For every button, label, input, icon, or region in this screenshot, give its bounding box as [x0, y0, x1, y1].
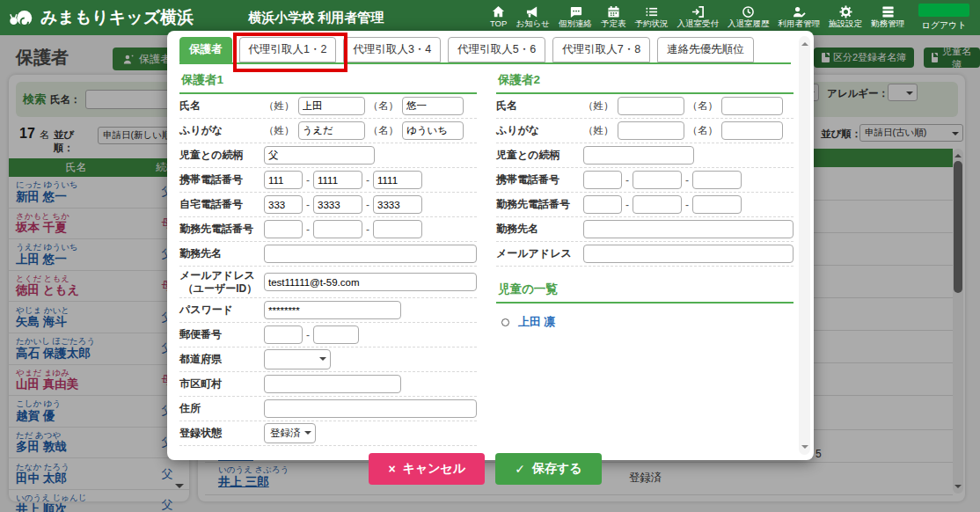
modal-scroll-up-arrow[interactable]	[801, 39, 808, 46]
g1-zip-part1-input[interactable]	[264, 325, 303, 344]
close-icon: ×	[388, 462, 395, 476]
g1-workplace-input[interactable]	[264, 245, 477, 263]
g1-zip-row: 郵便番号 -	[179, 323, 477, 347]
g1-relation-row: 児童との続柄	[179, 143, 477, 168]
nav-item-reservations[interactable]: 予約状況	[632, 4, 672, 31]
chat-bubble-icon	[569, 5, 582, 18]
snail-logo-icon	[7, 8, 35, 28]
modal-tabs: 保護者 代理引取人1・2 代理引取人3・4 代理引取人5・6 代理引取人7・8 …	[179, 37, 791, 64]
g2-mobile-part2-input[interactable]	[633, 171, 682, 189]
g2-last-kana-input[interactable]	[618, 121, 684, 140]
g1-relation-input[interactable]	[264, 146, 375, 165]
g2-work-phone-row: 勤務先電話番号 - -	[496, 193, 794, 217]
nav-item-top[interactable]: TOP	[486, 4, 510, 31]
g1-work-phone-part2-input[interactable]	[313, 220, 362, 238]
server-stack-icon	[881, 5, 895, 18]
g2-work-phone-part2-input[interactable]	[633, 195, 682, 214]
home-icon	[492, 5, 505, 18]
app-logo[interactable]: みまもりキッズ横浜	[7, 6, 194, 29]
g1-workplace-row: 勤務先名	[179, 242, 477, 267]
bullet-icon	[501, 318, 509, 326]
nav-item-entry-exit-reception[interactable]: 入退室受付	[674, 4, 723, 31]
nav-item-entry-exit-history[interactable]: 入退室履歴	[724, 4, 773, 31]
g1-address-input[interactable]	[264, 399, 477, 418]
g2-work-phone-part3-input[interactable]	[692, 195, 742, 214]
g2-first-name-input[interactable]	[721, 97, 783, 115]
g1-city-input[interactable]	[264, 375, 401, 393]
save-button[interactable]: ✓ 保存する	[495, 453, 601, 485]
children-list-heading: 児童の一覧	[496, 279, 794, 304]
g1-first-kana-input[interactable]	[402, 121, 464, 140]
tab-proxy-pickup-3-4[interactable]: 代理引取人3・4	[343, 37, 441, 62]
g2-first-kana-input[interactable]	[721, 121, 783, 140]
g1-work-phone-part3-input[interactable]	[373, 220, 422, 238]
guardian1-form: 保護者1 氏名 （姓） （名） ふりがな （姓） （名） 児童との続柄	[179, 69, 477, 446]
enter-door-icon	[691, 5, 705, 18]
main-nav: TOP お知らせ 個別連絡 予定表 予約状況 入退室受付	[486, 2, 973, 33]
g2-work-phone-part1-input[interactable]	[583, 195, 622, 214]
modal-scroll-down-arrow[interactable]	[801, 445, 808, 452]
g1-address-row: 住所	[179, 397, 477, 421]
user-edit-icon	[793, 5, 806, 18]
history-clock-icon	[742, 5, 755, 18]
logo-text: みまもりキッズ横浜	[40, 6, 194, 29]
g1-status-select[interactable]: 登録済	[264, 423, 316, 443]
g1-password-input[interactable]	[264, 301, 401, 319]
tab-contact-priority[interactable]: 連絡先優先順位	[657, 37, 754, 62]
g1-home-part3-input[interactable]	[373, 195, 422, 214]
g2-workplace-input[interactable]	[583, 220, 794, 238]
g1-home-part2-input[interactable]	[313, 195, 362, 214]
g1-kana-row: ふりがな （姓） （名）	[179, 119, 477, 143]
logout-button[interactable]: ログアウト	[915, 2, 973, 33]
nav-item-work-management[interactable]: 勤務管理	[867, 4, 908, 31]
g1-email-input[interactable]	[264, 273, 477, 291]
g1-prefecture-row: 都道府県	[179, 347, 477, 372]
g2-name-row: 氏名 （姓） （名）	[496, 94, 794, 119]
nav-item-facility-settings[interactable]: 施設設定	[825, 4, 866, 31]
g2-email-row: メールアドレス	[496, 242, 794, 267]
g1-mobile-phone-row: 携帯電話番号 - -	[179, 168, 477, 193]
child-list-item: 上田 凛	[496, 304, 794, 333]
check-icon: ✓	[515, 462, 525, 476]
g1-first-name-input[interactable]	[402, 97, 464, 115]
cancel-button[interactable]: × キャンセル	[369, 453, 485, 485]
g1-home-phone-row: 自宅電話番号 - -	[179, 193, 477, 217]
tab-proxy-pickup-5-6[interactable]: 代理引取人5・6	[448, 37, 545, 62]
g1-mobile-part1-input[interactable]	[264, 171, 303, 189]
g1-mobile-part2-input[interactable]	[313, 171, 362, 189]
g2-workplace-row: 勤務先名	[496, 217, 794, 242]
guardian2-heading: 保護者2	[496, 69, 794, 94]
g2-last-name-input[interactable]	[618, 97, 684, 115]
g1-last-name-input[interactable]	[298, 97, 365, 115]
g1-city-row: 市区町村	[179, 372, 477, 397]
tab-proxy-pickup-7-8[interactable]: 代理引取人7・8	[552, 37, 650, 62]
tab-proxy-pickup-1-2[interactable]: 代理引取人1・2	[239, 37, 337, 62]
g2-relation-input[interactable]	[583, 146, 694, 165]
page-header-title: 横浜小学校 利用者管理	[248, 10, 384, 26]
g1-password-row: パスワード	[179, 298, 477, 323]
child-link[interactable]: 上田 凛	[518, 314, 556, 330]
g1-prefecture-select[interactable]	[264, 349, 331, 369]
g2-mobile-part3-input[interactable]	[692, 171, 742, 189]
nav-item-user-management[interactable]: 利用者管理	[775, 4, 824, 31]
megaphone-icon	[526, 5, 539, 18]
g2-email-input[interactable]	[583, 245, 794, 263]
g1-work-phone-row: 勤務先電話番号 - -	[179, 217, 477, 242]
nav-item-news[interactable]: お知らせ	[512, 4, 553, 31]
modal-scrollbar[interactable]	[799, 36, 810, 455]
tab-guardian[interactable]: 保護者	[179, 37, 232, 62]
list-icon	[645, 5, 658, 18]
nav-item-schedule[interactable]: 予定表	[597, 4, 630, 31]
g2-mobile-part1-input[interactable]	[583, 171, 622, 189]
guardian1-heading: 保護者1	[179, 69, 477, 94]
g1-work-phone-part1-input[interactable]	[264, 220, 303, 238]
g1-email-row: メールアドレス （ユーザーID）	[179, 267, 477, 298]
nav-item-messages[interactable]: 個別連絡	[555, 4, 596, 31]
gear-icon	[839, 5, 852, 18]
g1-mobile-part3-input[interactable]	[373, 171, 422, 189]
g1-zip-part2-input[interactable]	[313, 325, 359, 344]
g2-relation-row: 児童との続柄	[496, 143, 794, 168]
g1-last-kana-input[interactable]	[298, 121, 365, 140]
g1-home-part1-input[interactable]	[264, 195, 303, 214]
calendar-icon	[607, 5, 620, 18]
